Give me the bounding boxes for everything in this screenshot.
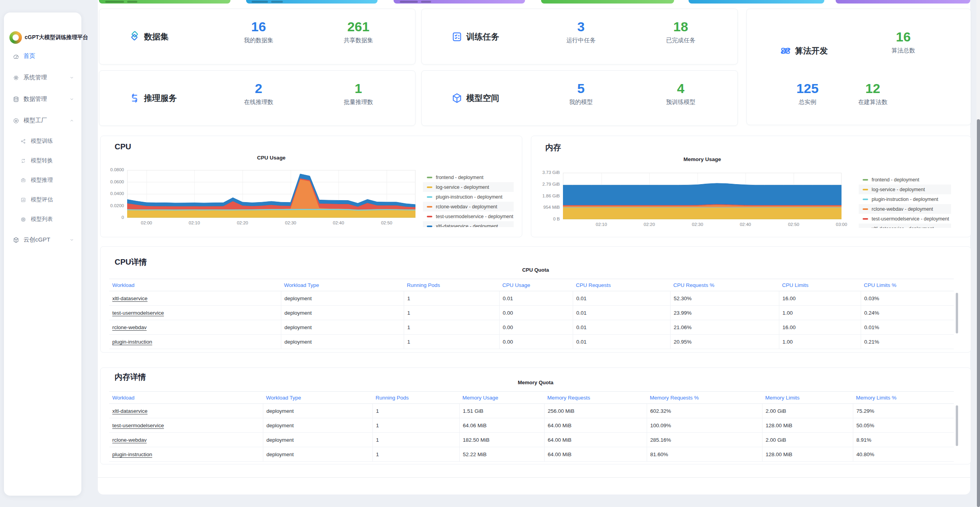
scrolled-card-strip [689,0,824,4]
cell: 40.80% [853,447,954,461]
cell: 75.29% [853,404,954,418]
cell: 81.60% [647,447,762,461]
chevron-down-icon [69,75,74,80]
memory-quota-table: WorkloadWorkload TypeRunning PodsMemory … [109,391,954,462]
cell: 20.95% [670,335,779,349]
column-header-running-pods[interactable]: Running Pods [404,279,499,291]
workload-link[interactable]: plugin-instruction [112,339,152,345]
column-header-cpu-requests-[interactable]: CPU Requests % [670,279,779,291]
legend-swatch [863,218,868,220]
sidebar-item-label: 首页 [23,52,35,60]
workload-link[interactable]: xltl-dataservice [112,408,147,414]
legend-item[interactable]: plugin-instruction - deployment [423,192,514,202]
column-header-workload[interactable]: Workload [109,392,263,403]
sidebar-item-model-inference[interactable]: 模型推理 [4,170,81,190]
legend-item[interactable]: frontend - deployment [423,172,514,182]
x-axis-tick-label: 02:20 [231,220,254,225]
column-header-memory-limits[interactable]: Memory Limits [762,392,853,403]
legend-label: test-usermodelservice - deployment [872,216,949,222]
legend-item[interactable]: rclone-webdav - deployment [859,204,951,214]
memory-chart: Memory Usage3.73 GiB2.79 GiB1.86 GiB954 … [531,136,971,237]
x-axis-tick-label: 02:40 [327,220,350,225]
legend-item[interactable]: test-usermodelservice - deployment [859,214,951,224]
page-scrollbar[interactable] [976,0,980,507]
workload-link[interactable]: xltl-dataservice [112,296,147,301]
workload-link[interactable]: test-usermodelservice [112,423,164,428]
y-axis-tick-label: 2.79 GiB [536,182,560,186]
legend-label: rclone-webdav - deployment [436,204,497,210]
cpu-table-scrollbar[interactable] [956,293,958,333]
stat-metric-label: 在线推理数 [216,99,302,106]
cell: rclone-webdav [109,320,281,334]
column-header-memory-limits-[interactable]: Memory Limits % [853,392,954,403]
strip-text-fragment [127,1,137,3]
series-area-xltl-dataservice [563,183,842,205]
workload-link[interactable]: test-usermodelservice [112,310,164,316]
column-header-cpu-usage[interactable]: CPU Usage [499,279,573,291]
stat-metric-value: 16 [860,29,946,44]
sidebar-item-cloud-cgpt[interactable]: 云创cGPT [4,229,81,251]
stat-card-training-tasks: 训练任务3运行中任务18已完成任务 [421,9,738,64]
legend-label: rclone-webdav - deployment [872,206,933,212]
cell: plugin-instruction [109,447,263,461]
column-header-cpu-limits[interactable]: CPU Limits [779,279,861,291]
scrolled-card-strip [394,0,525,4]
column-header-workload-type[interactable]: Workload Type [263,392,372,403]
sidebar-item-model-factory[interactable]: 模型工厂 [4,110,81,131]
sidebar-item-home[interactable]: 首页 [4,45,81,67]
sidebar-item-model-training[interactable]: 模型训练 [4,131,81,151]
column-header-running-pods[interactable]: Running Pods [372,392,459,403]
scrolled-card-strip [541,0,674,4]
model-list-icon [20,217,26,222]
cpu-detail-card: CPU详情 CPU Quota WorkloadWorkload TypeRun… [100,246,971,353]
legend-item[interactable]: frontend - deployment [859,175,951,185]
workload-link[interactable]: rclone-webdav [112,324,147,330]
cell: deployment [281,306,404,320]
sidebar-item-model-evaluate[interactable]: 模型评估 [4,190,81,210]
page-scrollbar-thumb[interactable] [977,119,980,507]
cell: 1 [372,404,459,418]
stat-card-title-text: 训练任务 [466,31,499,42]
sidebar-item-model-convert[interactable]: 模型转换 [4,151,81,170]
x-axis-tick-label: 02:40 [734,222,757,227]
chevron-up-icon [69,118,74,123]
legend-label: plugin-instruction - deployment [872,197,938,202]
workload-link[interactable]: plugin-instruction [112,451,152,457]
cell: 1 [404,306,499,320]
legend-item[interactable]: log-service - deployment [859,185,951,194]
evaluate-icon [20,197,26,203]
model-space-icon [451,92,463,104]
cell: 1 [372,418,459,432]
stat-card-inference-service: 推理服务2在线推理数1批量推理数 [99,70,415,126]
legend-item[interactable]: log-service - deployment [423,182,514,192]
column-header-cpu-requests[interactable]: CPU Requests [573,279,670,291]
app-logo: cGPT大模型训练推理平台 [9,31,88,44]
legend-item[interactable]: xltl-dataservice - deployment [423,221,514,227]
cell: rclone-webdav [109,433,263,447]
column-header-workload[interactable]: Workload [109,279,281,291]
legend-label: log-service - deployment [872,187,925,192]
legend-item[interactable]: xltl-dataservice - deployment [859,224,951,228]
sidebar-item-model-list[interactable]: 模型列表 [4,210,81,229]
cell: 0.21% [861,335,954,349]
column-header-memory-usage[interactable]: Memory Usage [459,392,544,403]
legend-item[interactable]: test-usermodelservice - deployment [423,211,514,221]
legend-label: xltl-dataservice - deployment [872,226,934,228]
stat-metric-label: 已完成任务 [638,37,724,44]
column-header-memory-requests-[interactable]: Memory Requests % [647,392,762,403]
column-header-cpu-limits-[interactable]: CPU Limits % [861,279,954,291]
stat-card-title-text: 数据集 [144,31,169,42]
column-header-memory-requests[interactable]: Memory Requests [544,392,647,403]
memory-table-scrollbar[interactable] [956,405,958,446]
column-header-workload-type[interactable]: Workload Type [281,279,404,291]
table-header-row: WorkloadWorkload TypeRunning PodsCPU Usa… [109,279,954,291]
legend-item[interactable]: rclone-webdav - deployment [423,202,514,211]
stat-metric-label: 运行中任务 [538,37,624,44]
workload-link[interactable]: rclone-webdav [112,437,147,443]
stat-metric-inference-service-0: 2在线推理数 [216,81,302,106]
legend-item[interactable]: plugin-instruction - deployment [859,194,951,204]
stat-metric-value: 1 [315,81,401,96]
sidebar-item-system[interactable]: 系统管理 [4,67,81,88]
sidebar-item-data[interactable]: 数据管理 [4,88,81,110]
chevron-down-icon [69,75,74,80]
